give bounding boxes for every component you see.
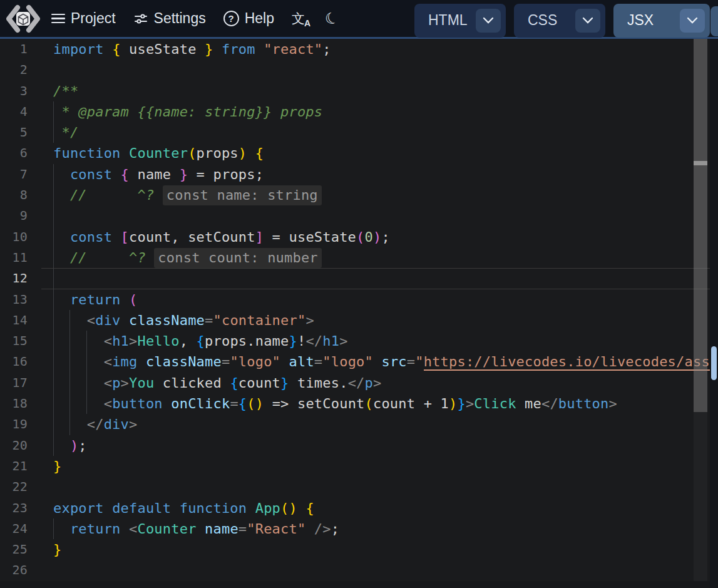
code-token	[53, 292, 70, 307]
code-token: }	[53, 458, 61, 474]
toolbar: Project Settings ? Help 文A ☾ HTML	[0, 0, 718, 39]
code-text: */	[53, 122, 78, 143]
code-token	[154, 187, 162, 203]
code-token: >	[121, 375, 129, 391]
line-number: 23	[0, 498, 28, 518]
line-number: 17	[0, 373, 28, 393]
code-text: export default function App() {	[53, 498, 314, 518]
code-text: // ^? const count: number	[53, 247, 322, 268]
line-number: 9	[0, 205, 28, 226]
page-scrollbar-thumb[interactable]	[711, 346, 717, 380]
code-token: <	[104, 333, 112, 349]
code-token: =	[230, 396, 238, 411]
code-token: p	[365, 375, 373, 391]
code-token: [	[121, 229, 129, 245]
indent-guide	[53, 268, 54, 289]
code-token: 0	[365, 229, 373, 245]
code-line: 17 <p>You clicked {count} times.</p>	[0, 373, 718, 393]
tab-css[interactable]: CSS	[514, 4, 605, 38]
code-token: count + 1	[373, 396, 449, 411]
code-line: 8 // ^? const name: string	[0, 185, 718, 205]
code-token: alt	[289, 354, 314, 369]
editor-scrollbar-thumb[interactable]	[694, 39, 707, 412]
code-token: "React"	[247, 521, 305, 537]
project-menu-button[interactable]: Project	[51, 10, 116, 27]
code-token: useState	[121, 41, 205, 57]
code-line: 15 <h1>Hello, {props.name}!</h1>	[0, 331, 718, 351]
line-number: 5	[0, 122, 28, 143]
code-token: export	[53, 500, 104, 516]
code-token: function	[180, 500, 247, 516]
livecodes-window: Project Settings ? Help 文A ☾ HTML	[0, 0, 718, 588]
code-token: {	[255, 145, 264, 161]
code-token	[53, 229, 70, 245]
line-number: 24	[0, 518, 28, 539]
code-token: button	[558, 396, 609, 411]
code-token: //	[70, 250, 87, 266]
tab-jsx-menu-button[interactable]	[680, 9, 705, 33]
current-line-highlight	[41, 268, 710, 289]
code-token: import	[53, 41, 104, 57]
code-token	[87, 250, 129, 266]
code-token: >	[305, 312, 314, 328]
indent-guide	[53, 205, 54, 226]
code-text: /**	[53, 81, 78, 101]
code-line: 20 );	[0, 435, 718, 456]
line-number: 26	[0, 560, 28, 580]
code-token	[53, 354, 104, 369]
code-text: const { name } = props;	[53, 164, 264, 185]
code-token: >	[129, 333, 137, 349]
tab-css-label: CSS	[528, 12, 575, 29]
tab-css-menu-button[interactable]	[575, 9, 600, 33]
code-token	[121, 292, 129, 307]
code-token: src	[381, 354, 406, 369]
code-editor[interactable]: 1import { useState } from "react";23/**4…	[0, 39, 718, 581]
code-token	[87, 187, 138, 203]
code-token: }	[289, 333, 297, 349]
code-token	[53, 167, 70, 182]
code-token: >	[373, 375, 381, 391]
settings-menu-label: Settings	[154, 10, 206, 27]
code-token: Counter	[129, 145, 188, 161]
translate-button[interactable]: 文A	[292, 12, 311, 25]
sliders-icon	[133, 11, 148, 26]
code-token: me	[516, 396, 541, 411]
code-token: = props;	[188, 167, 264, 182]
code-token: = useState	[264, 229, 356, 245]
code-token: //	[70, 187, 87, 203]
livecodes-logo-icon[interactable]	[5, 4, 41, 33]
code-token	[112, 229, 120, 245]
code-token: */	[53, 125, 78, 140]
code-token: <	[104, 375, 112, 391]
code-line: 9	[0, 205, 718, 226]
code-line: 1import { useState } from "react";	[0, 39, 718, 59]
clipped-tab-fragment	[710, 6, 718, 36]
line-number: 3	[0, 81, 28, 101]
code-token: className	[146, 354, 222, 369]
code-token: /**	[53, 83, 78, 99]
tab-html[interactable]: HTML	[414, 4, 506, 38]
code-token: {	[112, 41, 120, 57]
url-link[interactable]: https://livecodes.io/livecodes/ass	[424, 354, 710, 371]
line-number: 18	[0, 393, 28, 414]
code-token	[53, 396, 104, 411]
tab-html-menu-button[interactable]	[476, 9, 501, 33]
code-token: className	[129, 312, 205, 328]
tab-jsx-label: JSX	[627, 12, 680, 29]
settings-menu-button[interactable]: Settings	[133, 10, 206, 27]
help-menu-button[interactable]: ? Help	[223, 10, 274, 27]
code-line: 16 <img className="logo" alt="logo" src=…	[0, 351, 718, 372]
code-token: * @param {{name: string}} props	[53, 104, 322, 120]
code-token: count	[238, 375, 280, 391]
code-text: );	[53, 435, 87, 456]
code-line: 12	[0, 268, 718, 289]
code-token	[53, 312, 87, 328]
code-token	[255, 41, 264, 57]
dark-mode-button[interactable]: ☾	[325, 9, 339, 28]
code-token: (	[188, 145, 196, 161]
tab-jsx[interactable]: JSX	[613, 4, 710, 38]
line-number: 4	[0, 101, 28, 122]
line-number: 22	[0, 477, 28, 497]
code-token: p	[112, 375, 120, 391]
code-token: <	[129, 521, 137, 537]
